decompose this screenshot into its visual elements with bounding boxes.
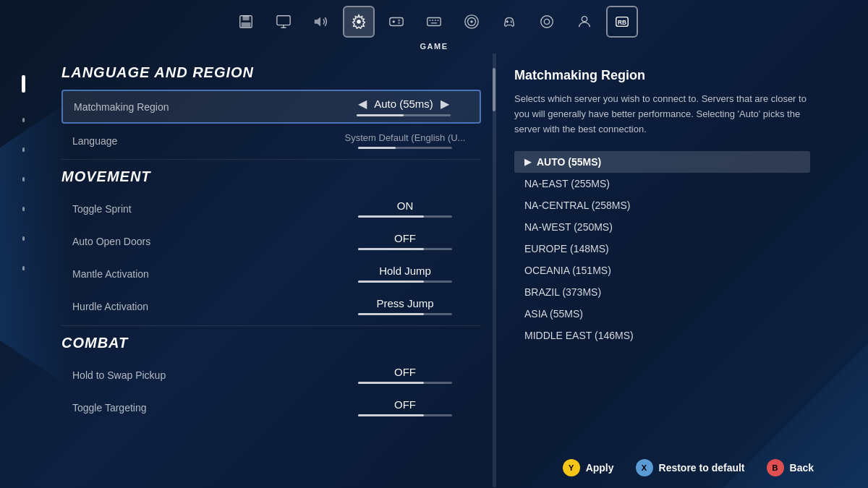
nav-rb-icon[interactable]: RB [606,6,638,38]
region-na-central-label: NA-CENTRAL (258MS) [524,200,631,211]
region-brazil-label: BRAZIL (373MS) [524,286,601,298]
region-middle-east-label: MIDDLE EAST (146MS) [524,330,634,341]
region-europe-label: EUROPE (148MS) [524,243,609,254]
region-item-asia[interactable]: ASIA (55MS) [514,303,810,325]
toggle-targeting-value-container: OFF [340,398,470,416]
hold-to-swap-pickup-value-container: OFF [340,366,470,384]
nav-keyboard-icon[interactable] [418,6,450,38]
hurdle-activation-bar [358,313,452,315]
setting-matchmaking-region[interactable]: Matchmaking Region ◀ Auto (55ms) ▶ [61,90,481,124]
region-item-na-west[interactable]: NA-WEST (250MS) [514,216,810,238]
section-movement-header: MOVEMENT [61,168,481,185]
settings-panel: LANGUAGE AND REGION Matchmaking Region ◀… [47,53,495,487]
svg-point-24 [511,20,512,22]
language-value-row: System Default (English (U... [345,132,466,143]
language-value-container: System Default (English (U... [340,132,470,149]
toggle-sprint-value: ON [397,200,414,212]
restore-icon: X [636,459,653,476]
matchmaking-region-value-container: ◀ Auto (55ms) ▶ [339,97,469,116]
setting-toggle-targeting[interactable]: Toggle Targeting OFF [61,393,481,422]
region-item-na-central[interactable]: NA-CENTRAL (258MS) [514,194,810,216]
svg-point-12 [398,22,400,24]
nav-account-icon[interactable] [569,6,600,38]
matchmaking-region-label: Matchmaking Region [74,101,339,113]
bottom-actions: Y Apply X Restore to default B Back [563,459,814,476]
sidebar-dot-6 [22,236,25,241]
toggle-sprint-bar [358,215,452,218]
hurdle-activation-value-container: Press Jump [340,297,470,315]
region-auto-label: AUTO (55MS) [537,156,601,168]
region-item-oceania[interactable]: OCEANIA (151MS) [514,260,810,281]
back-label: Back [790,462,814,474]
setting-auto-open-doors[interactable]: Auto Open Doors OFF [61,226,481,256]
toggle-targeting-value: OFF [394,398,416,411]
nav-input-icon[interactable] [380,6,412,38]
back-button[interactable]: B Back [767,459,814,476]
svg-marker-6 [315,17,320,27]
setting-hold-to-swap-pickup[interactable]: Hold to Swap Pickup OFF [61,360,481,390]
sidebar-dot-1 [22,75,25,93]
matchmaking-region-value-row: ◀ Auto (55ms) ▶ [358,97,449,111]
restore-label: Restore to default [659,462,745,474]
matchmaking-region-left-arrow[interactable]: ◀ [358,97,367,111]
svg-rect-3 [277,16,290,25]
left-sidebar [0,53,47,487]
language-value: System Default (English (U... [345,132,466,143]
sidebar-dot-7 [22,266,25,270]
mantle-activation-value-container: Hold Jump [340,265,470,283]
auto-open-doors-label: Auto Open Doors [72,236,340,247]
toggle-targeting-label: Toggle Targeting [72,402,340,414]
hold-to-swap-pickup-value: OFF [394,366,416,378]
region-na-west-label: NA-WEST (250MS) [524,221,613,233]
apply-button[interactable]: Y Apply [563,459,614,476]
setting-hurdle-activation[interactable]: Hurdle Activation Press Jump [61,291,481,321]
right-panel-description: Selects which server you wish to connect… [514,92,810,137]
right-panel-title: Matchmaking Region [514,68,810,83]
region-list: ▶ AUTO (55MS) NA-EAST (255MS) NA-CENTRAL… [514,151,810,346]
nav-game-icon[interactable] [343,6,375,38]
sidebar-dot-3 [22,147,25,152]
nav-save-icon[interactable] [230,6,262,38]
setting-mantle-activation[interactable]: Mantle Activation Hold Jump [61,259,481,288]
region-item-auto[interactable]: ▶ AUTO (55MS) [514,151,810,173]
matchmaking-region-right-arrow[interactable]: ▶ [441,97,449,111]
matchmaking-region-value: Auto (55ms) [374,98,433,110]
region-item-europe[interactable]: EUROPE (148MS) [514,238,810,260]
svg-point-28 [582,17,587,22]
top-nav: RB [0,0,868,40]
svg-point-19 [470,20,473,23]
nav-controller-icon[interactable] [493,6,525,38]
svg-point-27 [544,19,549,24]
nav-audio-icon[interactable] [305,6,337,38]
sidebar-dot-5 [22,207,25,211]
section-language-header: LANGUAGE AND REGION [61,64,481,81]
toggle-targeting-bar [358,414,452,416]
nav-network-icon[interactable] [456,6,488,38]
toggle-sprint-value-container: ON [340,200,470,218]
region-item-brazil[interactable]: BRAZIL (373MS) [514,281,810,303]
svg-rect-2 [242,22,251,27]
language-bar [358,147,452,149]
svg-text:RB: RB [618,20,626,26]
region-item-na-east[interactable]: NA-EAST (255MS) [514,173,810,194]
hurdle-activation-label: Hurdle Activation [72,301,340,312]
nav-display-icon[interactable] [268,6,299,38]
hold-to-swap-pickup-bar [358,382,452,384]
back-icon: B [767,459,784,476]
svg-point-11 [398,20,400,22]
main-layout: LANGUAGE AND REGION Matchmaking Region ◀… [0,53,868,487]
svg-rect-13 [427,18,441,26]
matchmaking-region-bar [357,114,451,116]
right-panel: Matchmaking Region Selects which server … [495,53,828,487]
setting-language[interactable]: Language System Default (English (U... [61,127,481,155]
svg-rect-1 [242,16,249,20]
region-oceania-label: OCEANIA (151MS) [524,265,611,276]
restore-button[interactable]: X Restore to default [636,459,745,476]
active-nav-label: GAME [0,42,868,51]
mantle-activation-label: Mantle Activation [72,268,340,280]
region-item-middle-east[interactable]: MIDDLE EAST (146MS) [514,325,810,346]
toggle-sprint-label: Toggle Sprint [72,203,340,215]
nav-controller2-icon[interactable] [531,6,563,38]
auto-open-doors-value: OFF [394,232,416,244]
setting-toggle-sprint[interactable]: Toggle Sprint ON [61,194,481,223]
